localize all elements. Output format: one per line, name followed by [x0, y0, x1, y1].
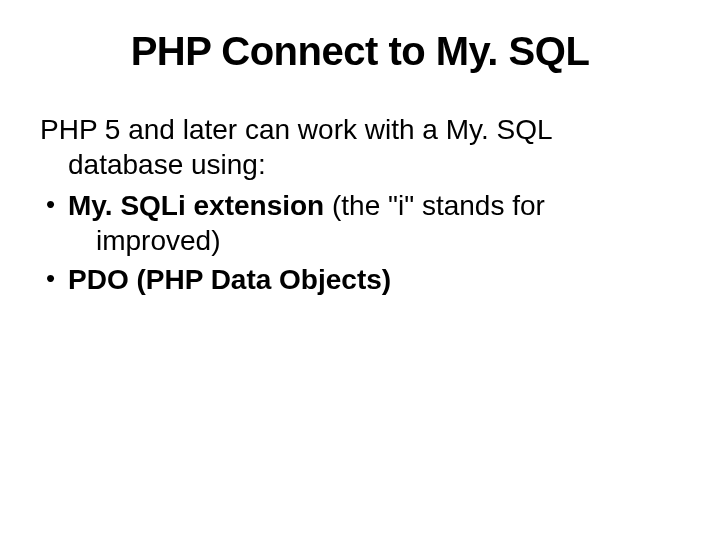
bullet-list: My. SQLi extension (the "i" stands for i…	[40, 188, 680, 297]
bullet-bold: My. SQLi extension	[68, 190, 324, 221]
bullet-bold: PDO (PHP Data Objects)	[68, 264, 391, 295]
list-item: PDO (PHP Data Objects)	[40, 262, 680, 297]
bullet-continuation: improved)	[68, 223, 680, 258]
slide-title: PHP Connect to My. SQL	[40, 28, 680, 74]
slide-body: PHP 5 and later can work with a My. SQL …	[40, 112, 680, 297]
intro-text: PHP 5 and later can work with a My. SQL …	[40, 112, 680, 182]
intro-line-1: PHP 5 and later can work with a My. SQL	[40, 112, 680, 147]
bullet-rest: (the "i" stands for	[324, 190, 545, 221]
list-item: My. SQLi extension (the "i" stands for i…	[40, 188, 680, 258]
intro-line-2: database using:	[40, 147, 680, 182]
slide: PHP Connect to My. SQL PHP 5 and later c…	[0, 0, 720, 540]
